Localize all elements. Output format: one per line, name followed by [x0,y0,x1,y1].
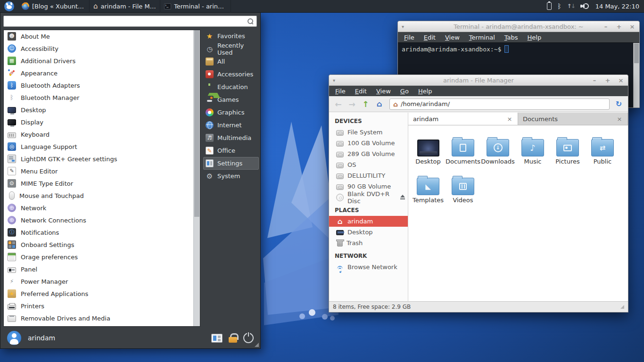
category-item[interactable]: System [203,170,259,182]
place-item[interactable]: arindam [329,216,408,227]
category-item[interactable]: Multimedia [203,132,259,144]
menu-item[interactable]: File [400,34,419,41]
file-item[interactable]: Public [585,131,620,169]
app-item[interactable]: Power Manager [4,275,200,288]
app-item[interactable]: Orage preferences [4,251,200,263]
place-item[interactable]: Desktop [329,227,408,238]
device-item[interactable]: 100 GB Volume [329,138,408,148]
avatar[interactable] [7,331,21,345]
file-item[interactable]: Music [515,131,550,169]
clock[interactable]: 14 May, 22:10 [595,3,639,10]
taskbar-button[interactable]: Terminal - arindam@arinda... [160,0,231,13]
file-item[interactable]: Templates [411,170,446,207]
fm-titlebar[interactable]: ▾ arindam - File Manager –+× [329,75,628,86]
app-item[interactable]: Network Connections [4,214,200,226]
app-list-scrollbar[interactable] [193,30,200,326]
app-list-scrollbar-thumb[interactable] [194,30,199,217]
window-control-button[interactable]: × [618,77,624,84]
tab-close-icon[interactable]: × [616,115,623,123]
resize-grip[interactable] [620,305,624,309]
app-item[interactable]: Bluetooth Manager [4,91,200,104]
app-item[interactable]: Notifications [4,226,200,239]
reload-icon[interactable]: ↻ [612,98,625,110]
all-settings-icon[interactable] [211,334,223,343]
device-item[interactable]: DELLUTILITY [329,170,408,181]
menu-item[interactable]: Tabs [500,34,522,41]
fm-tab[interactable]: arindam × [408,113,518,125]
terminal-scrollbar[interactable] [633,43,639,107]
category-item[interactable]: Internet [203,119,259,132]
tab-close-icon[interactable]: × [506,115,513,123]
category-item[interactable]: All [203,55,259,68]
app-item[interactable]: Removable Drives and Media [4,312,200,324]
app-item[interactable]: Bluetooth Adapters [4,79,200,91]
window-control-button[interactable]: × [629,23,636,30]
app-item[interactable] [4,324,200,327]
place-item[interactable]: Trash [329,238,408,248]
window-menu-icon[interactable]: ▾ [402,24,409,29]
back-icon[interactable]: ← [332,98,345,110]
up-icon[interactable]: ↑ [359,98,372,110]
app-item[interactable]: LightDM GTK+ Greeter settings [4,153,200,165]
app-item[interactable]: Network [4,202,200,214]
file-item[interactable]: Documents [446,131,480,169]
device-item[interactable]: Blank DVD+R Disc [329,192,408,203]
menu-item[interactable]: Help [523,34,546,41]
taskbar-button[interactable]: ⌂arindam - File Manager [90,0,160,13]
volume-icon[interactable] [580,2,590,10]
window-menu-icon[interactable]: ▾ [333,78,340,83]
app-item[interactable]: Display [4,116,200,128]
path-bar[interactable]: ⌂ /home/arindam/ [389,99,610,110]
app-item[interactable]: Additional Drivers [4,55,200,67]
file-item[interactable]: Pictures [550,131,585,169]
device-item[interactable]: File System [329,127,408,138]
category-item[interactable]: Office [203,144,259,157]
app-item[interactable]: MIME Type Editor [4,177,200,189]
category-item[interactable]: Accessories [203,68,259,81]
app-item[interactable]: Panel [4,263,200,275]
app-item[interactable]: Preferred Applications [4,288,200,300]
whisker-resize-grip[interactable] [255,343,259,347]
menu-item[interactable]: Go [396,88,413,95]
app-item[interactable]: Accessibility [4,42,200,55]
fm-tab[interactable]: Documents × [518,113,628,125]
menu-item[interactable]: View [372,88,395,95]
file-icon-view[interactable]: Desktop Documents Downloads [408,125,628,301]
eject-icon[interactable] [399,194,405,201]
power-icon[interactable] [243,333,254,343]
app-item[interactable]: Onboard Settings [4,239,200,251]
terminal-scrollbar-thumb[interactable] [634,43,639,63]
category-item[interactable]: Recently Used [203,42,259,55]
window-control-button[interactable]: + [616,23,622,30]
app-item[interactable]: Appearance [4,67,200,79]
path-text[interactable]: /home/arindam/ [401,100,450,107]
network-icon[interactable]: ↑↓ [567,3,575,9]
category-item[interactable]: Education [203,81,259,93]
category-item[interactable]: Graphics [203,106,259,119]
device-item[interactable]: 289 GB Volume [329,148,408,159]
device-item[interactable]: OS [329,159,408,170]
app-item[interactable]: About Me [4,30,200,42]
search-input[interactable] [3,16,257,27]
app-item[interactable]: Desktop [4,104,200,116]
lock-screen-icon[interactable] [229,333,237,343]
app-item[interactable]: Menu Editor [4,165,200,177]
category-item[interactable]: Favorites [203,30,259,42]
terminal-titlebar[interactable]: ▾ Terminal - arindam@arindam-xsandbox: ~… [398,21,639,32]
menu-item[interactable]: View [441,34,464,41]
file-item[interactable]: Videos [446,170,480,207]
battery-icon[interactable] [547,2,552,10]
menu-item[interactable]: Help [414,88,437,95]
app-item[interactable]: Keyboard [4,128,200,140]
category-item[interactable]: Settings [203,157,259,170]
menu-item[interactable]: File [331,88,350,95]
home-icon[interactable]: ⌂ [373,98,386,110]
app-item[interactable]: Mouse and Touchpad [4,189,200,202]
file-item[interactable]: Downloads [480,131,515,169]
network-item[interactable]: Browse Network [329,262,408,272]
whisker-menu-button[interactable] [0,0,18,13]
bluetooth-icon[interactable]: ᛒ [557,3,561,9]
app-item[interactable]: Language Support [4,140,200,153]
app-item[interactable]: Printers [4,300,200,312]
window-control-button[interactable]: – [603,23,609,30]
